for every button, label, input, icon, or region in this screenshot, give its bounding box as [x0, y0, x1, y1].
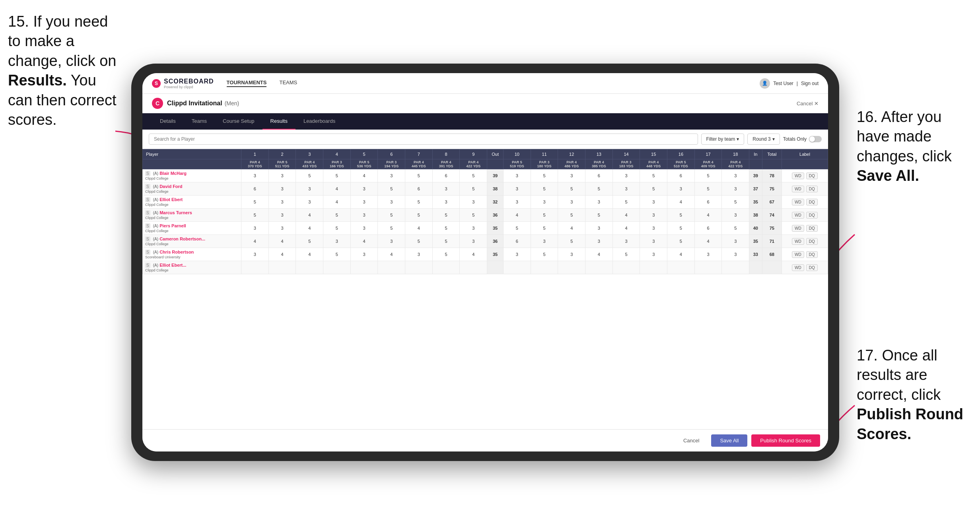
score-hole-9[interactable]: 5 [460, 209, 487, 222]
score-hole-15[interactable]: 3 [640, 248, 667, 261]
wd-button[interactable]: WD [792, 172, 804, 179]
score-hole-11[interactable]: 5 [531, 222, 558, 235]
score-hole-18[interactable]: 3 [722, 235, 749, 248]
score-hole-2[interactable]: 3 [268, 209, 296, 222]
score-hole-7[interactable]: 6 [405, 182, 433, 196]
score-hole-8[interactable]: 3 [432, 196, 460, 209]
cancel-button[interactable]: Cancel [675, 434, 707, 447]
score-hole-12[interactable]: 5 [558, 235, 585, 248]
score-hole-5[interactable]: 3 [350, 248, 378, 261]
score-hole-8[interactable]: 5 [432, 222, 460, 235]
score-hole-1[interactable]: 5 [241, 209, 269, 222]
player-name[interactable]: Blair McHarg [159, 171, 187, 176]
score-hole-8[interactable]: 3 [432, 182, 460, 196]
score-hole-14[interactable] [612, 261, 640, 274]
score-hole-17[interactable]: 5 [694, 169, 722, 182]
score-hole-6[interactable]: 3 [378, 235, 405, 248]
score-hole-2[interactable] [268, 261, 296, 274]
score-hole-10[interactable]: 3 [504, 169, 531, 182]
score-hole-5[interactable]: 3 [350, 209, 378, 222]
score-hole-15[interactable]: 5 [640, 169, 667, 182]
score-hole-3[interactable] [296, 261, 323, 274]
score-hole-16[interactable]: 5 [667, 235, 695, 248]
score-hole-12[interactable]: 5 [558, 209, 585, 222]
score-hole-2[interactable]: 4 [268, 248, 296, 261]
score-hole-17[interactable]: 3 [694, 248, 722, 261]
score-hole-11[interactable]: 5 [531, 169, 558, 182]
score-hole-10[interactable]: 3 [504, 248, 531, 261]
score-hole-11[interactable]: 5 [531, 209, 558, 222]
score-hole-14[interactable]: 3 [612, 169, 640, 182]
score-hole-2[interactable]: 3 [268, 182, 296, 196]
score-hole-15[interactable] [640, 261, 667, 274]
player-name[interactable]: Elliot Ebert... [159, 263, 186, 267]
score-hole-12[interactable]: 5 [558, 182, 585, 196]
score-hole-18[interactable]: 3 [722, 209, 749, 222]
dq-button[interactable]: DQ [806, 238, 818, 245]
score-hole-4[interactable]: 4 [323, 196, 351, 209]
tab-details[interactable]: Details [152, 113, 184, 130]
score-hole-10[interactable]: 4 [504, 209, 531, 222]
totals-only-toggle[interactable]: Totals Only [783, 136, 822, 142]
score-hole-7[interactable] [405, 261, 433, 274]
tab-results[interactable]: Results [262, 113, 296, 130]
score-hole-16[interactable]: 3 [667, 182, 695, 196]
score-hole-10[interactable] [504, 261, 531, 274]
score-hole-14[interactable]: 5 [612, 196, 640, 209]
nav-tournaments[interactable]: TOURNAMENTS [227, 79, 267, 87]
dq-button[interactable]: DQ [806, 186, 818, 192]
score-hole-13[interactable]: 3 [585, 222, 613, 235]
score-hole-15[interactable]: 3 [640, 235, 667, 248]
wd-button[interactable]: WD [792, 251, 804, 258]
score-hole-5[interactable]: 3 [350, 222, 378, 235]
player-name[interactable]: Elliot Ebert [159, 197, 183, 202]
score-hole-13[interactable]: 3 [585, 235, 613, 248]
publish-round-scores-button[interactable]: Publish Round Scores [751, 434, 820, 447]
score-hole-5[interactable]: 4 [350, 235, 378, 248]
round-dropdown[interactable]: Round 3 ▾ [747, 134, 780, 145]
score-hole-11[interactable]: 5 [531, 248, 558, 261]
score-hole-11[interactable]: 3 [531, 235, 558, 248]
score-hole-9[interactable]: 3 [460, 235, 487, 248]
score-hole-17[interactable]: 6 [694, 222, 722, 235]
nav-teams[interactable]: TEAMS [279, 79, 297, 87]
score-hole-9[interactable]: 5 [460, 169, 487, 182]
score-hole-14[interactable]: 3 [612, 182, 640, 196]
score-hole-11[interactable] [531, 261, 558, 274]
score-hole-2[interactable]: 3 [268, 196, 296, 209]
score-hole-17[interactable] [694, 261, 722, 274]
score-hole-12[interactable]: 4 [558, 222, 585, 235]
score-hole-1[interactable]: 3 [241, 169, 269, 182]
score-hole-7[interactable]: 5 [405, 209, 433, 222]
score-hole-13[interactable] [585, 261, 613, 274]
score-hole-16[interactable]: 4 [667, 248, 695, 261]
score-hole-1[interactable]: 6 [241, 182, 269, 196]
score-hole-8[interactable]: 5 [432, 248, 460, 261]
score-hole-16[interactable]: 4 [667, 196, 695, 209]
score-hole-15[interactable]: 3 [640, 196, 667, 209]
dq-button[interactable]: DQ [806, 225, 818, 232]
dq-button[interactable]: DQ [806, 199, 818, 205]
player-name[interactable]: Chris Robertson [159, 250, 194, 254]
score-hole-10[interactable]: 5 [504, 222, 531, 235]
score-hole-11[interactable]: 5 [531, 182, 558, 196]
tab-leaderboards[interactable]: Leaderboards [296, 113, 343, 130]
score-hole-15[interactable]: 3 [640, 209, 667, 222]
score-hole-18[interactable]: 5 [722, 196, 749, 209]
score-hole-6[interactable]: 5 [378, 182, 405, 196]
score-hole-6[interactable]: 5 [378, 209, 405, 222]
score-hole-18[interactable]: 3 [722, 169, 749, 182]
score-hole-6[interactable]: 5 [378, 222, 405, 235]
score-hole-15[interactable]: 3 [640, 222, 667, 235]
score-hole-6[interactable]: 3 [378, 196, 405, 209]
score-hole-9[interactable] [460, 261, 487, 274]
score-hole-2[interactable]: 3 [268, 222, 296, 235]
score-hole-1[interactable]: 3 [241, 222, 269, 235]
score-hole-2[interactable]: 3 [268, 169, 296, 182]
score-hole-3[interactable]: 4 [296, 222, 323, 235]
score-hole-18[interactable]: 5 [722, 222, 749, 235]
score-hole-18[interactable]: 3 [722, 182, 749, 196]
score-hole-5[interactable]: 3 [350, 196, 378, 209]
score-hole-3[interactable]: 3 [296, 196, 323, 209]
score-hole-12[interactable]: 3 [558, 169, 585, 182]
